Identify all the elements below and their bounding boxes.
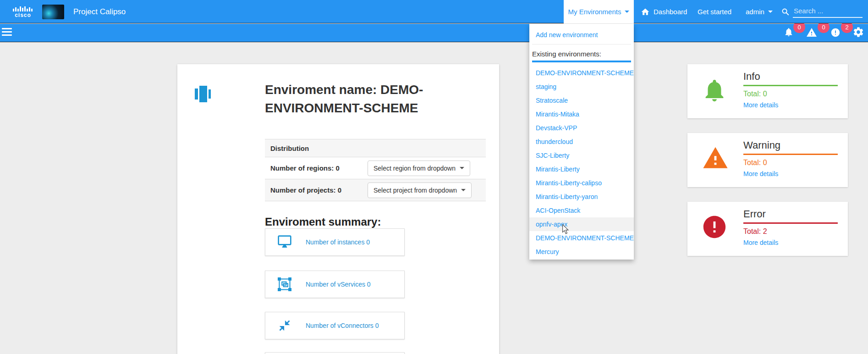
environment-panel: Enviroment name: DEMO-ENVIRONMENT-SCHEME… <box>177 64 499 354</box>
calipso-thumbnail-image <box>42 5 64 19</box>
environment-item[interactable]: Mirantis-Liberty-yaron <box>529 190 634 204</box>
settings-gear-icon[interactable] <box>852 26 864 40</box>
warning-card-body: Warning Total: 0 More details <box>743 139 838 177</box>
environments-dropdown: Add new environment Existing environment… <box>529 24 634 260</box>
error-card-body: Error Total: 2 More details <box>743 208 838 246</box>
notifications-bell-icon[interactable] <box>784 27 794 39</box>
app-title: Project Calipso <box>73 7 126 17</box>
caret-down-icon <box>625 11 629 13</box>
vconnectors-card[interactable]: Number of vConnectors 0 <box>265 312 405 339</box>
cisco-logo: cisco <box>13 6 33 17</box>
distribution-header: Distribution <box>265 139 486 157</box>
error-status-card: Error Total: 2 More details <box>687 202 848 256</box>
bell-icon <box>701 76 728 106</box>
error-card-total: Total: 2 <box>743 227 838 236</box>
info-status-card: Info Total: 0 More details <box>687 64 848 118</box>
errors-toolbar-icon[interactable] <box>830 28 841 39</box>
select-region-label: Select region from dropdown <box>374 165 456 172</box>
environment-icon <box>195 83 212 106</box>
environment-item[interactable]: Stratoscale <box>529 94 634 107</box>
warning-status-card: Warning Total: 0 More details <box>687 133 848 187</box>
user-menu[interactable]: admin <box>746 0 773 23</box>
search-box <box>781 0 863 23</box>
secondary-toolbar: 0 0 2 <box>0 24 868 42</box>
home-icon <box>641 7 650 17</box>
vconnectors-link[interactable]: Number of vConnectors 0 <box>306 322 379 329</box>
info-card-body: Info Total: 0 More details <box>743 71 838 109</box>
instances-card[interactable]: Number of instances 0 <box>265 228 405 256</box>
error-circle-icon <box>701 214 728 242</box>
info-card-total: Total: 0 <box>743 90 838 98</box>
search-icon <box>781 8 789 16</box>
error-card-title: Error <box>743 208 838 224</box>
object-group-icon <box>275 277 294 291</box>
info-more-details-link[interactable]: More details <box>743 101 838 109</box>
existing-environments-underline <box>532 61 631 62</box>
caret-down-icon <box>768 11 773 13</box>
instances-link[interactable]: Number of instances 0 <box>306 238 370 246</box>
environment-item[interactable]: Devstack-VPP <box>529 121 634 135</box>
error-more-details-link[interactable]: More details <box>743 239 838 246</box>
summary-card-partial[interactable] <box>265 352 405 354</box>
environment-item[interactable]: ACI-OpenStack <box>529 204 634 217</box>
search-input[interactable] <box>793 6 863 18</box>
hamburger-menu-icon[interactable] <box>2 28 12 38</box>
add-new-environment-link[interactable]: Add new environment <box>529 24 634 44</box>
regions-label: Number of regions: 0 <box>270 164 362 172</box>
environment-item[interactable]: thundercloud <box>529 135 634 149</box>
warning-card-total: Total: 0 <box>743 159 838 167</box>
select-project-dropdown[interactable]: Select project from dropdown <box>368 183 472 198</box>
vservices-link[interactable]: Number of vServices 0 <box>306 281 371 288</box>
environment-item[interactable]: DEMO-ENVIRONMENT-SCHEME <box>529 231 634 245</box>
monitor-icon <box>275 235 294 249</box>
info-card-title: Info <box>743 71 838 86</box>
environment-item[interactable]: Mirantis-Mitaka <box>529 107 634 121</box>
caret-down-icon <box>461 189 466 191</box>
environment-title: Enviroment name: DEMO-ENVIRONMENT-SCHEME <box>265 81 467 117</box>
environment-item[interactable]: SJC-Liberty <box>529 149 634 162</box>
brand-area: cisco Project Calipso <box>13 0 126 23</box>
environment-item-hovered[interactable]: opnfv-apex <box>529 217 634 231</box>
environment-item[interactable]: Mercury <box>529 245 634 259</box>
environment-item[interactable]: Mirantis-Liberty-calipso <box>529 176 634 190</box>
environment-item[interactable]: staging <box>529 80 634 94</box>
nav-get-started[interactable]: Get started <box>698 0 731 23</box>
warning-card-title: Warning <box>743 139 838 155</box>
warnings-toolbar-icon[interactable] <box>806 27 818 40</box>
environment-item[interactable]: DEMO-ENVIRONMENT-SCHEME <box>529 66 634 80</box>
projects-row: Number of projects: 0 Select project fro… <box>265 179 486 201</box>
vservices-card[interactable]: Number of vServices 0 <box>265 271 405 298</box>
projects-label: Number of projects: 0 <box>270 186 362 194</box>
warning-more-details-link[interactable]: More details <box>743 170 838 177</box>
my-environments-menu[interactable]: My Environments <box>564 0 634 23</box>
nav-dashboard-label: Dashboard <box>654 8 687 16</box>
environment-item[interactable]: Mirantis-Liberty <box>529 162 634 176</box>
distribution-table: Distribution Number of regions: 0 Select… <box>265 139 486 201</box>
caret-down-icon <box>460 167 464 169</box>
cisco-wordmark: cisco <box>15 13 31 17</box>
compress-arrows-icon <box>275 319 294 332</box>
nav-dashboard[interactable]: Dashboard <box>641 0 687 23</box>
select-project-label: Select project from dropdown <box>374 187 457 194</box>
top-navbar: cisco Project Calipso My Environments Da… <box>0 0 868 23</box>
nav-get-started-label: Get started <box>698 8 731 16</box>
select-region-dropdown[interactable]: Select region from dropdown <box>368 160 470 176</box>
regions-row: Number of regions: 0 Select region from … <box>265 157 486 179</box>
warning-triangle-icon <box>701 145 730 173</box>
my-environments-label: My Environments <box>568 8 621 16</box>
user-menu-label: admin <box>746 8 764 16</box>
summary-heading: Enviroment summary: <box>265 216 381 228</box>
existing-environments-label: Existing environments: <box>529 44 634 58</box>
